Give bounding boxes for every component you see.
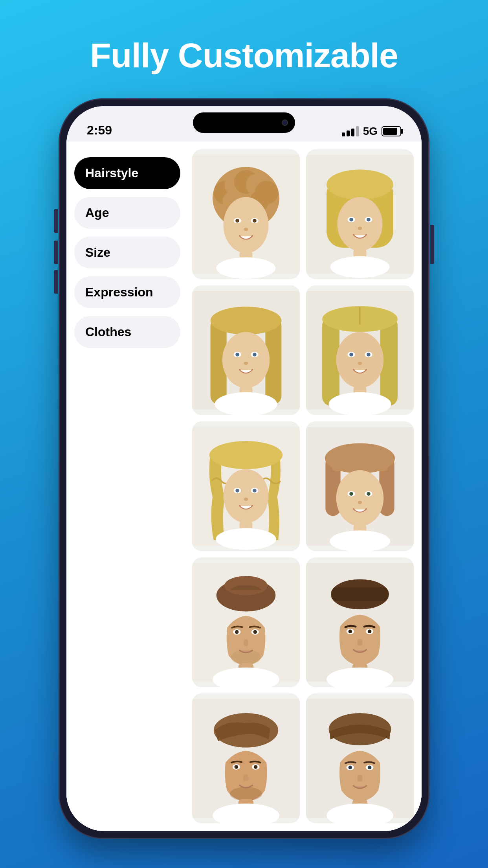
- portrait-4: [306, 285, 414, 415]
- svg-point-31: [211, 307, 282, 335]
- hairstyle-grid: [188, 142, 422, 831]
- svg-point-97: [230, 787, 262, 801]
- svg-point-62: [216, 528, 276, 550]
- svg-point-54: [209, 441, 283, 469]
- svg-point-36: [253, 353, 257, 357]
- svg-point-90: [349, 629, 352, 633]
- portrait-2: [306, 149, 414, 279]
- svg-point-83: [253, 630, 257, 634]
- svg-point-70: [349, 492, 353, 496]
- portrait-card-1[interactable]: [192, 149, 300, 279]
- portrait-5: [192, 421, 300, 551]
- svg-point-27: [330, 256, 390, 278]
- svg-point-34: [235, 353, 239, 357]
- signal-bar-2: [347, 131, 350, 136]
- svg-point-45: [336, 332, 384, 388]
- svg-point-60: [244, 498, 248, 501]
- portrait-3: [192, 285, 300, 415]
- svg-point-109: [368, 765, 372, 769]
- svg-point-49: [367, 353, 371, 357]
- portrait-card-10[interactable]: [306, 693, 414, 823]
- dynamic-island: [193, 112, 295, 133]
- svg-point-19: [327, 169, 393, 200]
- svg-point-72: [367, 492, 371, 496]
- svg-point-81: [235, 630, 239, 634]
- signal-bar-3: [351, 129, 354, 136]
- sidebar: Hairstyle Age Size Expression Clothes: [66, 142, 188, 831]
- portrait-1: [192, 149, 300, 279]
- svg-point-47: [349, 353, 353, 357]
- portrait-card-3[interactable]: [192, 285, 300, 415]
- portrait-card-5[interactable]: [192, 421, 300, 551]
- network-type: 5G: [363, 125, 378, 138]
- portrait-7: [192, 557, 300, 687]
- svg-point-11: [235, 219, 239, 223]
- svg-point-68: [336, 470, 384, 526]
- portrait-8: [306, 557, 414, 687]
- svg-point-55: [223, 469, 268, 523]
- svg-point-25: [358, 227, 362, 230]
- portrait-card-6[interactable]: [306, 421, 414, 551]
- status-right: 5G: [342, 125, 401, 138]
- svg-point-20: [337, 197, 382, 251]
- svg-point-24: [367, 218, 371, 222]
- portrait-card-4[interactable]: [306, 285, 414, 415]
- svg-point-22: [349, 218, 353, 222]
- portrait-6: [306, 421, 414, 551]
- svg-point-16: [216, 257, 276, 279]
- svg-point-50: [358, 362, 362, 365]
- sidebar-item-size[interactable]: Size: [74, 237, 180, 268]
- svg-point-52: [329, 392, 391, 415]
- phone-screen: 2:59 5G Hairstyle: [66, 106, 422, 831]
- svg-rect-88: [332, 587, 388, 601]
- phone-frame: 2:59 5G Hairstyle: [59, 99, 429, 838]
- status-bar: 2:59 5G: [66, 106, 422, 142]
- portrait-card-2[interactable]: [306, 149, 414, 279]
- sidebar-item-expression[interactable]: Expression: [74, 276, 180, 308]
- svg-point-57: [235, 489, 239, 493]
- signal-bar-1: [342, 132, 345, 136]
- status-time: 2:59: [87, 123, 112, 138]
- svg-rect-67: [332, 452, 388, 471]
- sidebar-item-hairstyle[interactable]: Hairstyle: [74, 157, 180, 189]
- portrait-card-9[interactable]: [192, 693, 300, 823]
- svg-point-37: [244, 362, 248, 365]
- page-title: Fully Customizable: [90, 35, 398, 75]
- signal-bar-4: [356, 126, 359, 136]
- svg-point-59: [253, 489, 257, 493]
- svg-point-9: [223, 197, 268, 253]
- battery-icon: [382, 126, 401, 136]
- svg-point-107: [349, 765, 352, 769]
- portrait-9: [192, 693, 300, 823]
- sidebar-item-age[interactable]: Age: [74, 197, 180, 229]
- svg-point-75: [330, 530, 390, 551]
- svg-point-73: [358, 501, 362, 504]
- svg-point-92: [368, 629, 372, 633]
- portrait-card-8[interactable]: [306, 557, 414, 687]
- svg-point-32: [222, 332, 270, 388]
- svg-point-99: [235, 765, 238, 769]
- battery-fill: [383, 128, 397, 135]
- svg-point-39: [215, 392, 277, 415]
- sidebar-item-clothes[interactable]: Clothes: [74, 316, 180, 348]
- portrait-10: [306, 693, 414, 823]
- svg-point-13: [253, 219, 257, 223]
- svg-point-14: [244, 228, 248, 231]
- screen-content: Hairstyle Age Size Expression Clothes: [66, 142, 422, 831]
- camera-dot: [282, 120, 288, 126]
- svg-point-101: [254, 765, 258, 769]
- signal-bars-icon: [342, 126, 359, 136]
- portrait-card-7[interactable]: [192, 557, 300, 687]
